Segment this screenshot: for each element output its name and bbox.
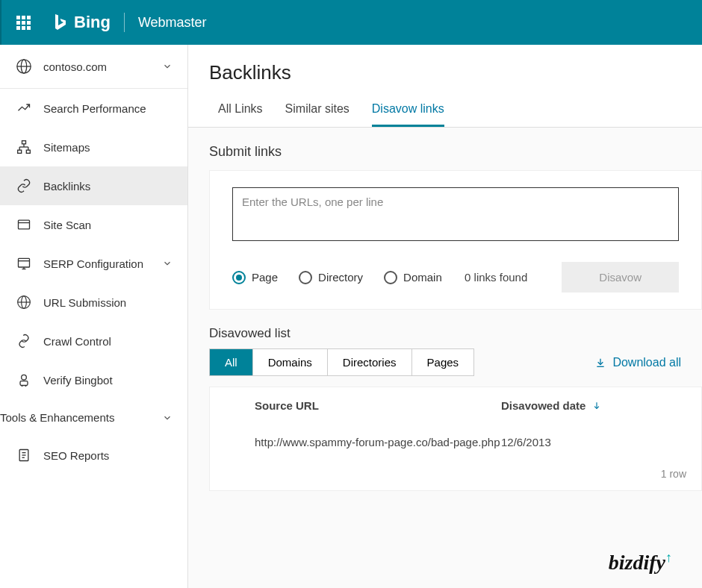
disavow-button[interactable]: Disavow <box>562 262 679 293</box>
chevron-down-icon <box>162 258 173 269</box>
brand-logo: Bing Webmaster <box>53 13 207 32</box>
sitemap-icon <box>15 140 33 154</box>
filter-domains[interactable]: Domains <box>253 349 328 375</box>
site-selector[interactable]: contoso.com <box>0 45 187 89</box>
tab-bar: All Links Similar sites Disavow links <box>188 95 702 128</box>
globe-icon <box>15 58 33 75</box>
radio-label: Domain <box>403 271 442 284</box>
link-icon <box>15 178 33 193</box>
tab-disavow-links[interactable]: Disavow links <box>372 95 444 127</box>
chevron-down-icon <box>162 413 173 423</box>
svg-rect-20 <box>20 381 28 386</box>
product-name: Webmaster <box>138 15 207 31</box>
cell-source-url: http://www.spammy-forum-page.co/bad-page… <box>225 436 501 448</box>
sidebar-item-sitemaps[interactable]: Sitemaps <box>0 128 187 166</box>
submit-options-row: Page Directory Domain 0 links found Disa… <box>232 262 679 293</box>
bot-icon <box>15 372 33 387</box>
sidebar: contoso.com Search Performance Sitemaps … <box>0 45 188 588</box>
watermark-text: bizdify <box>609 551 665 574</box>
radio-label: Page <box>252 271 278 284</box>
sidebar-item-site-scan[interactable]: Site Scan <box>0 205 187 244</box>
submit-links-title: Submit links <box>188 128 702 170</box>
brand-divider <box>124 13 125 32</box>
watermark-arrow-icon: ↑ <box>665 550 672 565</box>
svg-point-19 <box>22 375 27 380</box>
sidebar-item-label: Verify Bingbot <box>43 374 113 387</box>
report-icon <box>15 448 33 463</box>
svg-rect-10 <box>19 220 30 229</box>
filter-directories[interactable]: Directories <box>328 349 412 375</box>
url-input[interactable] <box>232 187 679 241</box>
filter-group: All Domains Directories Pages <box>209 348 474 376</box>
download-icon <box>594 357 606 369</box>
sidebar-item-backlinks[interactable]: Backlinks <box>0 166 187 205</box>
radio-domain[interactable]: Domain <box>384 271 442 284</box>
watermark-logo: bizdify↑ <box>609 550 672 575</box>
filter-row: All Domains Directories Pages Download a… <box>188 348 702 376</box>
sidebar-item-label: SERP Configuration <box>43 257 143 270</box>
disavowed-list-title: Disavowed list <box>188 310 702 348</box>
sidebar-item-label: Sitemaps <box>43 141 90 154</box>
sidebar-item-search-performance[interactable]: Search Performance <box>0 89 187 128</box>
chevron-down-icon <box>162 61 173 72</box>
col-date-label: Disavowed date <box>501 399 585 412</box>
col-disavowed-date[interactable]: Disavowed date <box>501 399 686 412</box>
radio-icon <box>232 271 246 284</box>
sidebar-item-label: Backlinks <box>43 180 90 193</box>
svg-rect-12 <box>19 258 30 267</box>
radio-icon <box>384 271 397 284</box>
radio-label: Directory <box>318 271 363 284</box>
download-all-link[interactable]: Download all <box>594 356 681 369</box>
sidebar-item-url-submission[interactable]: URL Submission <box>0 283 187 322</box>
brand-name: Bing <box>74 13 111 32</box>
filter-all[interactable]: All <box>210 349 253 375</box>
bing-logo-icon <box>53 14 66 31</box>
sidebar-item-label: URL Submission <box>43 296 126 309</box>
tab-similar-sites[interactable]: Similar sites <box>285 95 350 127</box>
app-header: Bing Webmaster <box>0 0 702 45</box>
table-footer: 1 row <box>210 460 701 490</box>
svg-rect-4 <box>18 150 22 153</box>
col-source-url[interactable]: Source URL <box>225 399 501 412</box>
table-header: Source URL Disavowed date <box>210 387 701 424</box>
submit-links-card: Page Directory Domain 0 links found Disa… <box>209 170 702 310</box>
main-content: Backlinks All Links Similar sites Disavo… <box>188 45 702 588</box>
sidebar-item-serp-config[interactable]: SERP Configuration <box>0 244 187 283</box>
serp-icon <box>15 256 33 271</box>
crawl-icon <box>15 334 33 348</box>
sidebar-section-label: Tools & Enhancements <box>0 411 162 424</box>
sidebar-item-verify-bingbot[interactable]: Verify Bingbot <box>0 360 187 399</box>
radio-page[interactable]: Page <box>232 271 278 284</box>
globe-icon <box>15 295 33 310</box>
filter-pages[interactable]: Pages <box>412 349 474 375</box>
site-domain: contoso.com <box>43 60 162 73</box>
radio-directory[interactable]: Directory <box>299 271 363 284</box>
app-launcher-icon[interactable] <box>16 16 31 30</box>
radio-icon <box>299 271 312 284</box>
sidebar-item-label: Search Performance <box>43 102 146 115</box>
disavowed-table: Source URL Disavowed date http://www.spa… <box>209 387 702 491</box>
sort-down-icon <box>591 401 602 411</box>
tab-all-links[interactable]: All Links <box>218 95 263 127</box>
download-all-label: Download all <box>612 356 681 369</box>
trend-icon <box>15 101 33 116</box>
sidebar-item-label: SEO Reports <box>43 449 109 462</box>
page-title: Backlinks <box>188 45 702 95</box>
svg-rect-5 <box>26 150 30 153</box>
links-found-text: 0 links found <box>465 271 527 284</box>
scan-icon <box>15 217 33 232</box>
sidebar-item-crawl-control[interactable]: Crawl Control <box>0 322 187 360</box>
table-row[interactable]: http://www.spammy-forum-page.co/bad-page… <box>210 424 701 460</box>
sidebar-item-label: Crawl Control <box>43 335 111 348</box>
sidebar-item-seo-reports[interactable]: SEO Reports <box>0 436 187 475</box>
sidebar-section-tools[interactable]: Tools & Enhancements <box>0 399 187 436</box>
svg-rect-3 <box>22 141 26 144</box>
cell-disavowed-date: 12/6/2013 <box>501 436 686 448</box>
sidebar-item-label: Site Scan <box>43 219 91 231</box>
